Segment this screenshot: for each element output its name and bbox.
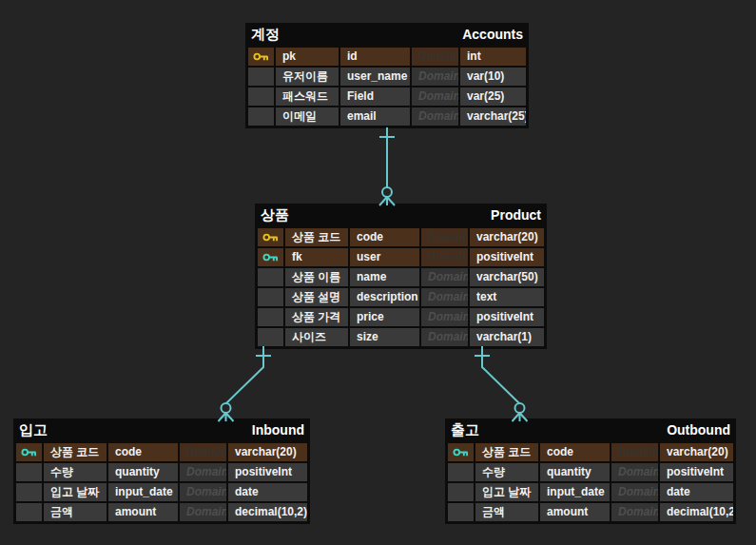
relationship-product-inbound[interactable] (219, 346, 272, 421)
entity-table-product[interactable]: 상품 Product 상품 코드 code Domain varchar(20)… (255, 204, 547, 349)
domain-cell[interactable]: Domain (421, 288, 468, 306)
key-cell[interactable] (258, 288, 283, 306)
domain-cell[interactable]: Domain (611, 503, 658, 521)
key-cell[interactable] (248, 68, 274, 86)
physical-name-cell[interactable]: code (108, 443, 178, 461)
logical-name-cell[interactable]: 금액 (44, 503, 107, 521)
physical-name-cell[interactable]: code (540, 443, 610, 461)
key-cell[interactable] (448, 463, 474, 481)
entity-table-inbound[interactable]: 입고 Inbound 상품 코드 code Domain varchar(20)… (13, 418, 310, 524)
type-cell[interactable]: date (228, 483, 307, 501)
domain-cell[interactable]: Domain (421, 228, 468, 246)
type-cell[interactable]: date (660, 483, 733, 501)
key-cell[interactable] (448, 443, 474, 461)
table-header-outbound[interactable]: 출고 Outbound (448, 418, 733, 441)
logical-name-cell[interactable]: 이메일 (276, 107, 339, 126)
key-cell[interactable] (258, 268, 283, 286)
type-cell[interactable]: decimal(10,2) (660, 503, 733, 521)
physical-name-cell[interactable]: input_date (540, 483, 610, 501)
type-cell[interactable]: varchar(20) (660, 443, 733, 461)
domain-cell[interactable]: Domain (412, 68, 458, 86)
table-header-inbound[interactable]: 입고 Inbound (16, 418, 307, 441)
relationship-product-outbound[interactable] (475, 346, 528, 421)
key-cell[interactable] (248, 107, 274, 126)
type-cell[interactable]: decimal(10,2) (228, 503, 307, 521)
domain-cell[interactable]: Domain (412, 88, 458, 106)
domain-cell[interactable]: Domain (611, 443, 658, 461)
diagram-canvas[interactable]: 계정 Accounts pk id Domain int 유저이름 user_n… (0, 0, 756, 545)
logical-name-cell[interactable]: 상품 설명 (285, 288, 348, 306)
type-cell[interactable]: text (470, 288, 544, 306)
type-cell[interactable]: var(25) (460, 88, 526, 106)
key-cell[interactable] (248, 48, 274, 66)
domain-cell[interactable]: Domain (421, 308, 468, 326)
key-cell[interactable] (448, 483, 474, 501)
domain-cell[interactable]: Domain (180, 503, 226, 521)
domain-cell[interactable]: Domain (421, 248, 468, 266)
logical-name-cell[interactable]: 상품 이름 (285, 268, 348, 286)
domain-cell[interactable]: Domain (611, 483, 658, 501)
type-cell[interactable]: positiveInt (660, 463, 733, 481)
physical-name-cell[interactable]: user_name (340, 68, 410, 86)
physical-name-cell[interactable]: amount (540, 503, 610, 521)
domain-cell[interactable]: Domain (421, 268, 468, 286)
type-cell[interactable]: varchar(1) (470, 328, 544, 346)
logical-name-cell[interactable]: 유저이름 (276, 68, 339, 86)
key-cell[interactable] (248, 88, 274, 106)
table-header-product[interactable]: 상품 Product (258, 204, 544, 226)
key-cell[interactable] (448, 503, 474, 521)
type-cell[interactable]: varchar(20) (470, 228, 544, 246)
logical-name-cell[interactable]: 입고 날짜 (475, 483, 538, 501)
key-cell[interactable] (16, 483, 42, 501)
entity-table-accounts[interactable]: 계정 Accounts pk id Domain int 유저이름 user_n… (245, 23, 529, 128)
physical-name-cell[interactable]: amount (108, 503, 178, 521)
physical-name-cell[interactable]: description (350, 288, 419, 306)
logical-name-cell[interactable]: 입고 날짜 (44, 483, 107, 501)
physical-name-cell[interactable]: user (350, 248, 419, 266)
type-cell[interactable]: varchar(20) (228, 443, 307, 461)
logical-name-cell[interactable]: 상품 코드 (285, 228, 348, 246)
logical-name-cell[interactable]: 사이즈 (285, 328, 348, 346)
type-cell[interactable]: positiveInt (228, 463, 307, 481)
domain-cell[interactable]: Domain (412, 48, 458, 66)
domain-cell[interactable]: Domain (180, 443, 226, 461)
physical-name-cell[interactable]: id (340, 48, 410, 66)
physical-name-cell[interactable]: code (350, 228, 419, 246)
type-cell[interactable]: varchar(50) (470, 268, 544, 286)
key-cell[interactable] (258, 308, 283, 326)
key-cell[interactable] (258, 328, 283, 346)
logical-name-cell[interactable]: 패스워드 (276, 88, 339, 106)
physical-name-cell[interactable]: price (350, 308, 419, 326)
physical-name-cell[interactable]: email (340, 107, 410, 126)
domain-cell[interactable]: Domain (421, 328, 468, 346)
domain-cell[interactable]: Domain (180, 463, 226, 481)
logical-name-cell[interactable]: 상품 코드 (475, 443, 538, 461)
logical-name-cell[interactable]: 금액 (475, 503, 538, 521)
logical-name-cell[interactable]: fk (285, 248, 348, 266)
type-cell[interactable]: positiveInt (470, 308, 544, 326)
physical-name-cell[interactable]: Field (340, 88, 410, 106)
entity-table-outbound[interactable]: 출고 Outbound 상품 코드 code Domain varchar(20… (445, 418, 736, 524)
type-cell[interactable]: var(10) (460, 68, 526, 86)
domain-cell[interactable]: Domain (412, 107, 458, 126)
key-cell[interactable] (258, 248, 283, 266)
key-cell[interactable] (16, 443, 42, 461)
logical-name-cell[interactable]: 상품 코드 (44, 443, 107, 461)
logical-name-cell[interactable]: pk (276, 48, 339, 66)
domain-cell[interactable]: Domain (180, 483, 226, 501)
logical-name-cell[interactable]: 수량 (475, 463, 538, 481)
type-cell[interactable]: int (460, 48, 526, 66)
logical-name-cell[interactable]: 수량 (44, 463, 107, 481)
physical-name-cell[interactable]: name (350, 268, 419, 286)
table-header-accounts[interactable]: 계정 Accounts (248, 23, 526, 46)
type-cell[interactable]: varchar(25) (460, 107, 526, 126)
key-cell[interactable] (258, 228, 283, 246)
domain-cell[interactable]: Domain (611, 463, 658, 481)
physical-name-cell[interactable]: quantity (540, 463, 610, 481)
type-cell[interactable]: positiveInt (470, 248, 544, 266)
key-cell[interactable] (16, 503, 42, 521)
physical-name-cell[interactable]: size (350, 328, 419, 346)
relationship-accounts-product[interactable] (379, 127, 395, 205)
physical-name-cell[interactable]: quantity (108, 463, 178, 481)
key-cell[interactable] (16, 463, 42, 481)
